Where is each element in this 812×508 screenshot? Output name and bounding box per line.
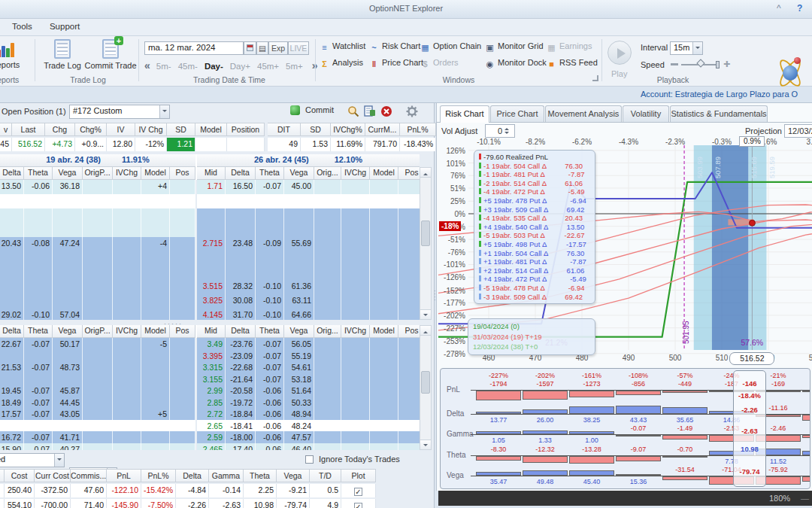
trade-col-header[interactable]: PnL% bbox=[141, 469, 176, 482]
chain-col-header[interactable]: Model bbox=[370, 325, 398, 338]
chain-col-header[interactable]: Mid bbox=[197, 167, 226, 180]
monitor-grid-button[interactable]: ▣Monitor Grid bbox=[485, 41, 547, 53]
ignore-trades-checkbox[interactable] bbox=[305, 455, 314, 464]
chain-row[interactable]: 22.67-0.0750.17-53.49-23.76-0.0756.05 bbox=[0, 338, 420, 350]
play-button[interactable] bbox=[607, 41, 632, 65]
summary-col-header[interactable]: Last bbox=[12, 123, 45, 136]
chain-row[interactable]: 19.45-0.0745.872.99-20.58-0.0651.64 bbox=[0, 385, 420, 397]
chain-row[interactable]: 2.65-18.41-0.0648.24 bbox=[0, 420, 420, 432]
speed-plus-icon[interactable]: ✚ bbox=[723, 59, 730, 69]
chain-col-header[interactable]: Mid bbox=[197, 325, 226, 338]
summary-col-header[interactable]: PnL% bbox=[400, 123, 436, 136]
summary-col-header[interactable]: SD bbox=[301, 123, 331, 136]
chain-col-header[interactable]: Theta bbox=[24, 325, 53, 338]
chain-col-header[interactable]: Pos bbox=[398, 325, 420, 338]
step-back-icon[interactable]: « bbox=[144, 59, 150, 71]
summary-col-header[interactable]: IVChg% bbox=[331, 123, 365, 136]
tab-volatility[interactable]: Volatility bbox=[623, 105, 669, 122]
search-icon[interactable] bbox=[347, 105, 359, 117]
ignore-todays-trades[interactable]: Ignore Today's Trades bbox=[305, 455, 400, 464]
chain-col-header[interactable]: Pos bbox=[398, 167, 420, 180]
chain-col-header[interactable]: Pos bbox=[170, 167, 195, 180]
position-select[interactable]: #172 Custom bbox=[69, 105, 170, 119]
monitor-dock-button[interactable]: ◉Monitor Dock bbox=[485, 58, 547, 69]
orders-button[interactable]: $Orders bbox=[420, 58, 485, 69]
tab-movement-analysis[interactable]: Movement Analysis bbox=[545, 105, 622, 122]
summary-col-header[interactable]: Model bbox=[195, 123, 227, 136]
trade-row[interactable]: 554.10-700.0071.40-145.90-7.50%-2.26-2.6… bbox=[0, 499, 376, 508]
close-position-icon[interactable] bbox=[380, 105, 392, 117]
chain-col-header[interactable]: Orig... bbox=[314, 167, 341, 180]
chain-col-header[interactable]: OrigP... bbox=[83, 167, 113, 180]
gear-icon[interactable] bbox=[406, 105, 418, 117]
chain-col-header[interactable]: Orig... bbox=[314, 325, 341, 338]
analysis-button[interactable]: ΣAnalysis bbox=[320, 58, 369, 69]
chain-col-header[interactable]: Model bbox=[141, 167, 170, 180]
trade-col-header[interactable]: Curr Cost bbox=[35, 469, 71, 482]
chain-row[interactable]: 17.57-0.0743.05+52.72-18.84-0.0648.94 bbox=[0, 408, 420, 420]
summary-col-header[interactable]: IV Chg bbox=[135, 123, 167, 136]
upper-chain-scrollbar[interactable] bbox=[420, 167, 432, 320]
vol-adjust-spinner[interactable]: 0 bbox=[485, 124, 515, 138]
date-step-Dayplus[interactable]: Day+ bbox=[230, 62, 250, 71]
chain-col-header[interactable]: Theta bbox=[256, 325, 284, 338]
date-step-45mplus[interactable]: 45m+ bbox=[257, 62, 279, 71]
trading-date-input[interactable]: ma. 12 mar. 2024 bbox=[144, 41, 244, 55]
chain-col-header[interactable]: IVChg bbox=[341, 167, 370, 180]
earnings-button[interactable]: ▦Earnings bbox=[547, 41, 596, 53]
date-step-5mminus[interactable]: 5m- bbox=[156, 62, 171, 71]
watchlist-button[interactable]: ≡Watchlist bbox=[320, 41, 369, 53]
summary-col-header[interactable]: DIT bbox=[268, 123, 301, 136]
chain-col-header[interactable]: Delta bbox=[226, 167, 256, 180]
chain-col-header[interactable]: Vega bbox=[53, 167, 83, 180]
trade-row[interactable]: 250.40-372.5047.60-122.10-15.42%-4.84-0.… bbox=[0, 484, 376, 499]
chain-row[interactable]: 18.49-0.0744.452.85-19.72-0.0650.33 bbox=[0, 397, 420, 409]
chain-row[interactable]: 13.50-0.0636.18+41.7116.50-0.0745.00 bbox=[0, 180, 420, 194]
chain-col-header[interactable]: Delta bbox=[0, 167, 24, 180]
trade-log-button[interactable]: Trade Log bbox=[39, 39, 86, 70]
summary-col-header[interactable]: Chg bbox=[45, 123, 75, 136]
price-chart-button[interactable]: ‖Price Chart bbox=[369, 58, 420, 69]
chain-col-header[interactable]: Theta bbox=[24, 167, 53, 180]
time-button[interactable]: ▤ bbox=[256, 41, 268, 55]
trade-col-header[interactable]: Delta bbox=[176, 469, 209, 482]
summary-col-header[interactable]: Chg% bbox=[75, 123, 107, 136]
commit-trade-button[interactable]: + Commit Trade bbox=[84, 39, 137, 70]
risk-chart-button[interactable]: ~Risk Chart bbox=[369, 41, 420, 53]
chain-col-header[interactable]: Pos bbox=[170, 325, 195, 338]
summary-col-header[interactable]: Position bbox=[227, 123, 265, 136]
speed-end-handle[interactable] bbox=[716, 61, 720, 68]
chain-row[interactable]: 16.72-0.0741.712.59-18.00-0.0647.57 bbox=[0, 431, 420, 443]
trade-col-header[interactable]: PnL bbox=[107, 469, 141, 482]
commit-button[interactable]: Commit bbox=[290, 105, 334, 115]
menu-tools[interactable]: Tools bbox=[5, 19, 40, 31]
chain-col-header[interactable]: IVChg bbox=[113, 325, 141, 338]
trade-col-header[interactable]: Cost bbox=[5, 469, 35, 482]
speed-slider-thumb[interactable] bbox=[696, 59, 704, 67]
chain-col-header[interactable]: Vega bbox=[284, 325, 314, 338]
exp-button[interactable]: Exp bbox=[268, 41, 288, 55]
chain-row[interactable]: 3.51528.32-0.1061.36 bbox=[0, 280, 420, 294]
chain-row[interactable]: 3.395-23.09-0.0755.19 bbox=[0, 350, 420, 362]
risk-chart[interactable]: 126%101%76%51%25%0%-25%-51%-76%-101%-126… bbox=[438, 139, 812, 367]
chain-col-header[interactable]: Model bbox=[370, 167, 398, 180]
chain-col-header[interactable]: IVChg bbox=[341, 325, 370, 338]
chain-row[interactable] bbox=[0, 194, 420, 208]
ribbon-collapse-icon[interactable]: ^ bbox=[777, 3, 781, 14]
trade-col-header[interactable]: Vega bbox=[277, 469, 310, 482]
trade-col-header[interactable]: Commis... bbox=[71, 469, 107, 482]
speed-minus-icon[interactable] bbox=[671, 63, 678, 65]
option-chain-button[interactable]: ▦Option Chain bbox=[420, 41, 485, 53]
plot-checkbox[interactable]: ✓ bbox=[341, 484, 376, 497]
chain-row[interactable]: 29.02-0.1057.044.14531.70-0.1064.66 bbox=[0, 309, 420, 320]
export-grid-icon[interactable] bbox=[364, 105, 376, 117]
tab-risk-chart[interactable]: Risk Chart bbox=[440, 105, 489, 123]
chain-row[interactable] bbox=[0, 251, 420, 266]
summary-col-header[interactable]: SD bbox=[167, 123, 195, 136]
projection-date-input[interactable]: 12/03/2024 bbox=[784, 124, 812, 138]
chain-row[interactable]: 3.155-21.64-0.0753.18 bbox=[0, 373, 420, 385]
zoom-out-icon[interactable]: — bbox=[801, 494, 809, 503]
rss-feed-button[interactable]: ■RSS Feed bbox=[547, 58, 596, 69]
chain-col-header[interactable]: Model bbox=[141, 325, 170, 338]
chain-row[interactable]: 15.90-0.0740.272.465-17.40-0.0646.40 bbox=[0, 443, 420, 451]
